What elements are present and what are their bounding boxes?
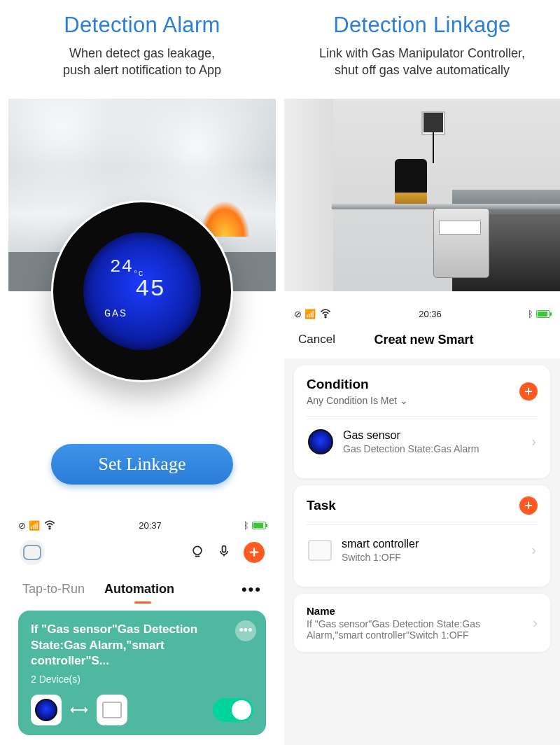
status-time: 20:36 — [419, 309, 442, 319]
chevron-down-icon: ⌄ — [400, 395, 408, 406]
add-button[interactable]: ＋ — [244, 542, 265, 563]
right-header-subtitle: Link with Gas Manipulator Controller, sh… — [284, 45, 560, 79]
condition-item-name: Gas sensor — [343, 429, 531, 442]
wifi-icon — [43, 517, 57, 534]
status-time: 20:37 — [139, 520, 162, 531]
condition-heading: Condition — [307, 377, 408, 392]
task-item-state: Switch 1:OFF — [342, 552, 531, 563]
status-bar-right: ⊘ 📶 20:36 ᛒ — [284, 304, 560, 324]
svg-point-1 — [193, 546, 202, 555]
tab-active-indicator — [134, 601, 151, 604]
task-card: Task ＋ smart controller Switch 1:OFF › — [294, 485, 550, 587]
wifi-icon — [318, 306, 332, 322]
automation-title: If "Gas sensor"Gas Detection State:Gas A… — [31, 622, 253, 670]
signal-icon: 📶 — [29, 520, 40, 531]
sensor-humidity: 45 — [135, 276, 165, 302]
pipe-photo — [284, 99, 560, 291]
device-thumb-sensor — [31, 695, 62, 725]
bluetooth-icon: ᛒ — [244, 520, 249, 531]
add-task-button[interactable]: ＋ — [519, 496, 538, 515]
battery-icon — [252, 522, 266, 529]
left-header-subtitle: When detect gas leakage, push alert noti… — [8, 45, 276, 79]
chevron-right-icon: › — [531, 542, 536, 558]
tabs-more-button[interactable]: ••• — [241, 580, 262, 599]
gas-sensor-icon — [308, 429, 333, 454]
task-item[interactable]: smart controller Switch 1:OFF › — [307, 524, 538, 576]
chevron-right-icon: › — [531, 433, 536, 450]
nav-title: Creat new Smart — [302, 333, 546, 347]
tab-tap-to-run[interactable]: Tap-to-Run — [22, 582, 85, 597]
task-heading: Task — [307, 498, 336, 513]
name-value: If "Gas sensor"Gas Detection State:Gas A… — [307, 618, 533, 641]
no-sim-icon: ⊘ — [18, 520, 26, 531]
condition-card: Condition Any Condition Is Met ⌄ ＋ Gas s… — [294, 365, 550, 478]
device-thumb-controller — [97, 695, 127, 725]
condition-item[interactable]: Gas sensor Gas Detection State:Gas Alarm… — [307, 416, 538, 467]
name-label: Name — [307, 605, 533, 617]
condition-item-state: Gas Detection State:Gas Alarm — [343, 443, 531, 454]
status-bar-left: ⊘ 📶 20:37 ᛒ — [8, 515, 276, 536]
set-linkage-button[interactable]: Set Linkage — [51, 444, 233, 485]
sensor-temp: 24°C — [110, 256, 144, 278]
automation-device-count: 2 Device(s) — [31, 674, 253, 685]
controller-icon — [308, 540, 332, 561]
link-arrow-icon: ⟷ — [70, 702, 88, 718]
chevron-right-icon: › — [533, 615, 538, 631]
phone-left: ⊘ 📶 20:37 ᛒ — [8, 515, 276, 736]
mic-icon[interactable] — [217, 544, 231, 561]
assistant-icon[interactable] — [20, 540, 45, 565]
svg-point-3 — [325, 316, 326, 318]
sensor-gas-label: GAS — [104, 308, 127, 320]
automation-toggle[interactable] — [213, 698, 253, 722]
camera-icon[interactable] — [190, 544, 204, 561]
automation-card[interactable]: ••• If "Gas sensor"Gas Detection State:G… — [18, 611, 266, 736]
no-sim-icon: ⊘ — [294, 309, 302, 319]
svg-rect-2 — [223, 545, 226, 552]
phone-right: ⊘ 📶 20:36 ᛒ Cancel Creat new Smart — [284, 304, 560, 745]
tab-automation[interactable]: Automation — [104, 582, 174, 597]
gas-sensor-device: 24°C 45 GAS — [51, 200, 233, 382]
signal-icon: 📶 — [304, 309, 316, 319]
right-header-title: Detection Linkage — [284, 13, 560, 38]
svg-point-0 — [49, 528, 50, 529]
name-card[interactable]: Name If "Gas sensor"Gas Detection State:… — [294, 594, 550, 652]
card-menu-button[interactable]: ••• — [235, 620, 256, 641]
bluetooth-icon: ᛒ — [528, 309, 533, 319]
task-item-name: smart controller — [342, 538, 531, 550]
left-header-title: Detection Alarm — [8, 13, 276, 38]
condition-rule-dropdown[interactable]: Any Condition Is Met ⌄ — [307, 395, 408, 406]
battery-icon — [536, 310, 550, 318]
add-condition-button[interactable]: ＋ — [519, 382, 538, 401]
